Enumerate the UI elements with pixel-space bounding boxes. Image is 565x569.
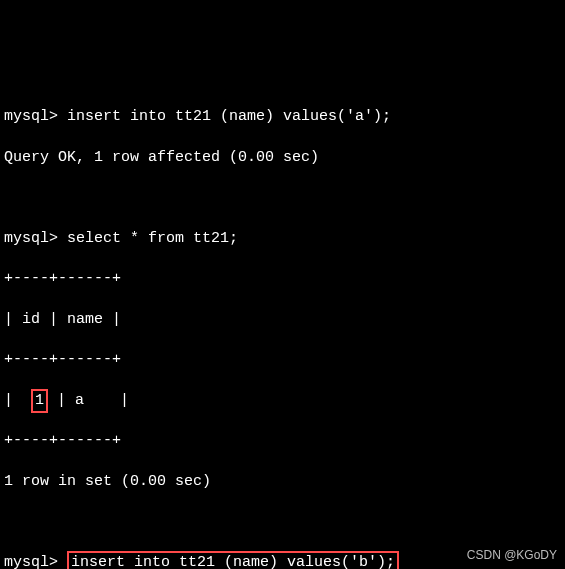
table-border: +----+------+ xyxy=(4,431,561,451)
query-response: 1 row in set (0.00 sec) xyxy=(4,472,561,492)
table-cell-prefix: | xyxy=(4,392,31,409)
terminal-output: mysql> insert into tt21 (name) values('a… xyxy=(4,87,561,569)
table-cell-suffix: | a | xyxy=(48,392,129,409)
mysql-prompt: mysql> xyxy=(4,108,58,125)
mysql-prompt: mysql> xyxy=(4,230,58,247)
watermark-text: CSDN @KGoDY xyxy=(467,547,557,563)
highlighted-id-1: 1 xyxy=(31,389,48,413)
table-header-name: | name | xyxy=(49,311,121,328)
mysql-prompt: mysql> xyxy=(4,554,58,569)
sql-insert-a: insert into tt21 (name) values('a'); xyxy=(67,108,391,125)
query-response: Query OK, 1 row affected (0.00 sec) xyxy=(4,148,561,168)
sql-select-1: select * from tt21; xyxy=(67,230,238,247)
table-header-id: | id xyxy=(4,311,49,328)
highlighted-insert-b: insert into tt21 (name) values('b'); xyxy=(67,551,399,569)
table-border: +----+------+ xyxy=(4,350,561,370)
table-border: +----+------+ xyxy=(4,269,561,289)
